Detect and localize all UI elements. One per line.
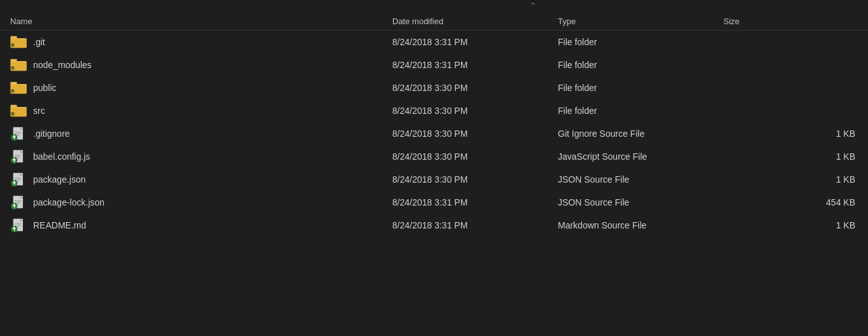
header-size[interactable]: Size xyxy=(723,17,868,26)
file-name: node_modules xyxy=(33,60,92,70)
file-name: package-lock.json xyxy=(33,197,104,207)
table-row[interactable]: public 8/24/2018 3:30 PM File folder xyxy=(0,76,868,99)
file-size: 1 KB xyxy=(723,151,868,162)
file-type: File folder xyxy=(558,60,723,70)
file-name-cell: node_modules xyxy=(10,57,392,73)
svg-rect-16 xyxy=(10,105,17,108)
svg-rect-11 xyxy=(10,82,17,85)
file-icon xyxy=(10,172,28,187)
file-list: .git 8/24/2018 3:31 PM File folder node_… xyxy=(0,31,868,336)
file-date: 8/24/2018 3:31 PM xyxy=(392,197,558,207)
file-type: File folder xyxy=(558,106,723,116)
file-name-cell: .gitignore xyxy=(10,126,392,141)
table-row[interactable]: .git 8/24/2018 3:31 PM File folder xyxy=(0,31,868,53)
folder-icon xyxy=(10,103,28,118)
header-date[interactable]: Date modified xyxy=(392,17,558,26)
table-row[interactable]: src 8/24/2018 3:30 PM File folder xyxy=(0,99,868,122)
table-row[interactable]: babel.config.js 8/24/2018 3:30 PM JavaSc… xyxy=(0,145,868,168)
file-name-cell: package.json xyxy=(10,172,392,187)
file-icon xyxy=(10,126,28,141)
file-date: 8/24/2018 3:31 PM xyxy=(392,37,558,47)
file-size: 1 KB xyxy=(723,220,868,230)
file-date: 8/24/2018 3:31 PM xyxy=(392,220,558,230)
file-type: Git Ignore Source File xyxy=(558,129,723,139)
file-name-cell: babel.config.js xyxy=(10,149,392,164)
header-type[interactable]: Type xyxy=(558,17,723,26)
file-date: 8/24/2018 3:30 PM xyxy=(392,106,558,116)
file-name-cell: public xyxy=(10,80,392,95)
file-icon xyxy=(10,195,28,210)
file-name-cell: .git xyxy=(10,34,392,50)
file-name-cell: src xyxy=(10,103,392,118)
header-name[interactable]: Name xyxy=(10,17,392,26)
file-name: .git xyxy=(33,37,45,47)
sort-arrow: ⌃ xyxy=(0,0,868,13)
table-row[interactable]: README.md 8/24/2018 3:31 PM Markdown Sou… xyxy=(0,214,868,237)
file-date: 8/24/2018 3:31 PM xyxy=(392,60,558,70)
file-type: JSON Source File xyxy=(558,197,723,207)
table-row[interactable]: package.json 8/24/2018 3:30 PM JSON Sour… xyxy=(0,168,868,191)
folder-icon xyxy=(10,80,28,95)
file-size: 1 KB xyxy=(723,129,868,139)
table-row[interactable]: package-lock.json 8/24/2018 3:31 PM JSON… xyxy=(0,191,868,214)
file-icon xyxy=(10,218,28,233)
file-date: 8/24/2018 3:30 PM xyxy=(392,174,558,185)
svg-rect-1 xyxy=(10,36,17,39)
file-date: 8/24/2018 3:30 PM xyxy=(392,129,558,139)
table-row[interactable]: .gitignore 8/24/2018 3:30 PM Git Ignore … xyxy=(0,122,868,145)
folder-icon xyxy=(10,57,28,73)
file-date: 8/24/2018 3:30 PM xyxy=(392,151,558,162)
file-icon xyxy=(10,149,28,164)
file-type: File folder xyxy=(558,83,723,93)
file-type: Markdown Source File xyxy=(558,220,723,230)
file-name: README.md xyxy=(33,220,86,230)
svg-rect-6 xyxy=(10,59,17,62)
file-size: 454 KB xyxy=(723,197,868,207)
file-name-cell: README.md xyxy=(10,218,392,233)
file-name: .gitignore xyxy=(33,129,70,139)
file-name-cell: package-lock.json xyxy=(10,195,392,210)
file-date: 8/24/2018 3:30 PM xyxy=(392,83,558,93)
file-explorer: ⌃ Name Date modified Type Size .git 8/24… xyxy=(0,0,868,336)
file-name: babel.config.js xyxy=(33,151,90,162)
column-headers: Name Date modified Type Size xyxy=(0,13,868,31)
file-type: JavaScript Source File xyxy=(558,151,723,162)
file-name: package.json xyxy=(33,174,86,185)
file-name: src xyxy=(33,106,45,116)
file-type: File folder xyxy=(558,37,723,47)
file-name: public xyxy=(33,83,57,93)
file-size: 1 KB xyxy=(723,174,868,185)
file-type: JSON Source File xyxy=(558,174,723,185)
folder-icon xyxy=(10,34,28,50)
table-row[interactable]: node_modules 8/24/2018 3:31 PM File fold… xyxy=(0,53,868,76)
